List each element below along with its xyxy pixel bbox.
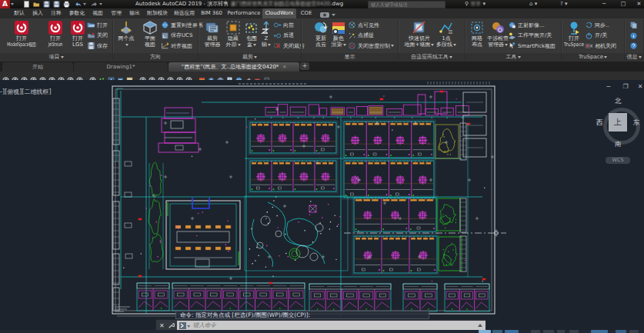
ribbon-tab-coe[interactable]: COE <box>296 8 316 18</box>
ribbon-tab-插入[interactable]: 插入 <box>28 8 47 18</box>
ribbon-tab-精选应用[interactable]: 精选应用 <box>171 8 198 18</box>
ribbon-panel-label[interactable]: TruSpace <box>562 53 624 62</box>
file-tab-0[interactable]: 开始 <box>2 62 73 72</box>
ribbon-button-关闭密度控制 ▾[interactable]: 关闭密度控制 <box>348 41 394 52</box>
ribbon-button-打开[interactable]: 打开ModelSpace视图 <box>0 19 43 53</box>
ribbon-button-关闭裁剪[interactable]: 关闭裁剪 <box>273 41 305 52</box>
viewcube-east[interactable]: 东 <box>632 118 641 128</box>
maximize-button[interactable]: □ <box>615 0 632 8</box>
ribbon-button-后退[interactable]: 后退 <box>273 31 305 42</box>
undo-icon[interactable] <box>75 1 82 8</box>
viewcube-top-face[interactable]: 上 <box>609 113 627 132</box>
toolbar-icon-page-blue-26[interactable] <box>226 72 233 79</box>
toolbar-icon-sphere-27[interactable] <box>235 72 242 79</box>
toolbar-icon-round-18[interactable] <box>158 72 165 79</box>
viewcube-north[interactable]: 北 <box>613 97 622 106</box>
ribbon-panel-label[interactable]: 裁剪 <box>199 53 301 62</box>
toolbar-icon-round-3[interactable] <box>30 72 37 79</box>
ribbon-tab-视图[interactable]: 视图 <box>88 8 107 18</box>
viewcube-south[interactable]: 南 <box>613 140 622 149</box>
minimize-button[interactable]: ─ <box>596 0 612 8</box>
toolbar-icon-round-17[interactable] <box>148 72 155 79</box>
command-customize-icon[interactable] <box>168 322 175 329</box>
ribbon-panel-label[interactable]: 项目 <box>0 53 112 62</box>
signin-person-icon[interactable]: ⚲ 登录 ▾ <box>465 1 486 8</box>
toolbar-icon-round-6[interactable] <box>58 72 65 79</box>
ribbon-tab-附加模块[interactable]: 附加模块 <box>144 8 171 18</box>
ribbon-tab-cloudworx[interactable]: CloudWorx <box>262 8 296 18</box>
toolbar-icon-round-0[interactable] <box>2 72 9 79</box>
doc-close-icon[interactable]: ✕ <box>635 83 644 91</box>
ribbon-button-开/关[interactable]: 开/关 <box>585 31 616 42</box>
ribbon-panel-label[interactable]: 自适应画线工具 <box>399 53 465 62</box>
ribbon-button-info-about[interactable] <box>629 31 639 42</box>
viewcube[interactable]: 北 南 西 东 上 WCS <box>592 91 644 171</box>
viewcube-wcs-button[interactable]: WCS <box>606 157 630 164</box>
close-button[interactable]: ✕ <box>634 0 644 8</box>
drawing-canvas[interactable]: [-][俯视][二维线框] ─ ❐ ✕ 北 南 西 东 上 WCS 命令: 指定… <box>0 80 644 333</box>
ribbon-button-快速切片[interactable]: 快速切片地面+墙面 <box>404 19 435 53</box>
toolbar-icon-beige-14[interactable] <box>126 72 133 79</box>
ribbon-button-SmartPick视图[interactable]: SmartPick视图 <box>508 41 556 52</box>
new-file-icon[interactable] <box>23 1 30 8</box>
file-tab-close-icon[interactable]: ✕ <box>282 64 286 69</box>
doc-minimize-icon[interactable]: ─ <box>603 83 614 91</box>
ribbon-button-正射影像...[interactable]: 正射影像... <box>508 20 556 31</box>
ribbon-tab-默认[interactable]: 默认 <box>10 8 28 18</box>
ribbon-tab-参数化[interactable]: 参数化 <box>65 8 88 18</box>
ribbon-panel-label[interactable]: 方向 <box>113 53 198 62</box>
ribbon-tab-bim-360[interactable]: BIM 360 <box>198 8 225 18</box>
ribbon-button-info-help[interactable] <box>629 41 639 52</box>
toolbar-icon-dots-green-11[interactable] <box>98 72 105 79</box>
status-toggle-2[interactable] <box>505 330 519 333</box>
toolbar-icon-round-19[interactable] <box>167 72 174 79</box>
ribbon-panel-label[interactable]: 信息 <box>625 53 643 62</box>
ribbon-button-关闭[interactable]: 关闭 <box>87 31 108 42</box>
toolbar-icon-round-8[interactable] <box>76 72 83 79</box>
cart-icon[interactable]: ⌂ ▾ <box>529 1 537 8</box>
logo-caret-icon[interactable] <box>11 3 14 5</box>
status-toggle-8[interactable] <box>616 330 626 333</box>
status-toggle-3[interactable] <box>531 330 540 333</box>
help-icon[interactable]: ? ▾ <box>560 1 567 8</box>
search-input[interactable]: 键入关键字或短语 <box>368 1 445 8</box>
status-toggle-0[interactable] <box>479 330 491 333</box>
ribbon-panel-label[interactable]: 显示 <box>302 53 398 62</box>
toolbar-icon-round-5[interactable] <box>48 72 55 79</box>
toolbar-icon-round-1[interactable] <box>12 72 18 79</box>
save-icon[interactable] <box>43 1 50 8</box>
toolbar-icon-round-7[interactable] <box>67 72 74 79</box>
plot-icon[interactable] <box>63 1 70 8</box>
toolbar-icon-round-20[interactable] <box>176 72 183 79</box>
undo-caret[interactable] <box>83 3 86 5</box>
toolbar-icon-blue-a-12[interactable] <box>108 72 115 79</box>
status-toggle-4[interactable] <box>543 330 554 333</box>
toolbar-icon-flag-30[interactable] <box>263 72 270 79</box>
file-tab-1[interactable]: Drawing1* <box>74 62 168 72</box>
toolbar-icon-round-4[interactable] <box>39 72 46 79</box>
save-as-icon[interactable] <box>53 1 60 8</box>
ribbon-button-1点[interactable]: 1点多段线 <box>431 19 462 53</box>
redo-caret[interactable] <box>99 3 102 5</box>
ribbon-button-打开[interactable]: 打开 <box>87 20 108 31</box>
command-close-icon[interactable]: ✕ <box>156 322 168 329</box>
status-toggle-5[interactable] <box>557 330 565 333</box>
doc-restore-icon[interactable]: ❐ <box>620 83 631 91</box>
toolbar-icon-eraser-28[interactable] <box>245 72 252 79</box>
status-toggle-6[interactable] <box>569 330 579 333</box>
ribbon-tab-输出[interactable]: 输出 <box>125 8 144 18</box>
toolbar-icon-palette-23[interactable] <box>199 72 205 79</box>
ribbon-button-点可见性[interactable]: 点可见性 <box>348 20 394 31</box>
ribbon-tab-performance[interactable]: Performance <box>225 8 262 18</box>
viewcube-west[interactable]: 西 <box>595 118 604 128</box>
ribbon-button-工作平面开/关[interactable]: 工作平面开/关 <box>508 31 556 42</box>
toolbar-icon-round-21[interactable] <box>185 72 192 79</box>
command-recent-caret-icon[interactable]: ▾ <box>188 323 190 328</box>
ribbon-button-打开[interactable]: 打开LGS <box>68 19 87 53</box>
status-toggle-9[interactable] <box>629 330 639 333</box>
ribbon-panel-label[interactable]: 工具 <box>465 53 561 62</box>
toolbar-icon-red-cam-29[interactable] <box>254 72 261 79</box>
ribbon-button-相机关闭[interactable]: 相机关闭 <box>585 41 616 52</box>
toolbar-icon-round-16[interactable] <box>139 72 146 79</box>
autocad-logo-icon[interactable]: A <box>0 0 10 8</box>
